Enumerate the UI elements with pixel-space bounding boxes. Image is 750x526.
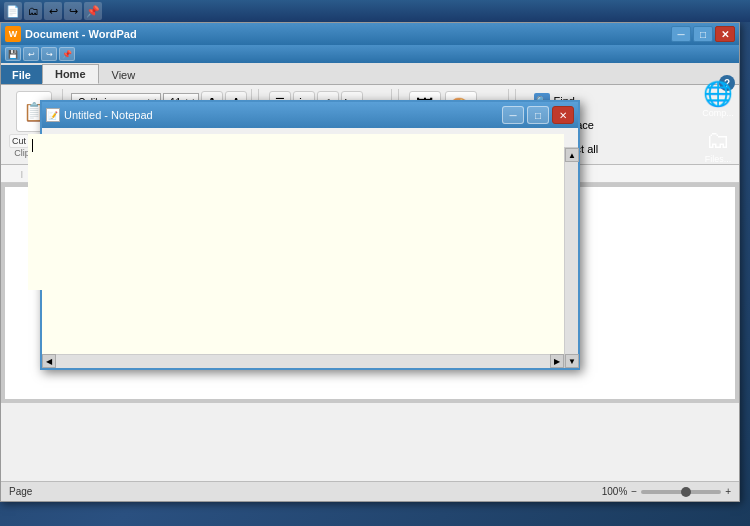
ruler-left-marker: | — [21, 170, 23, 177]
notepad-window: 📝 Untitled - Notepad ─ □ ✕ File Edit For… — [40, 100, 580, 370]
zoom-controls: 100% − + — [602, 486, 731, 497]
quick-access-toolbar: 💾 ↩ ↪ 📌 — [1, 45, 739, 63]
text-cursor — [32, 139, 33, 152]
qa-pin-button[interactable]: 📌 — [59, 47, 75, 61]
notepad-minimize-button[interactable]: ─ — [502, 106, 524, 124]
desktop-icon-1[interactable]: 🌐 Comp... — [694, 80, 742, 118]
ribbon-tabs: File Home View ? — [1, 63, 739, 85]
cut-button[interactable]: Cut — [9, 134, 29, 148]
zoom-level: 100% — [602, 486, 628, 497]
undo-icon[interactable]: ↩ — [44, 2, 62, 20]
desktop-icon-2[interactable]: 🗂 Files... — [694, 126, 742, 164]
minimize-button[interactable]: ─ — [671, 26, 691, 42]
zoom-plus-button[interactable]: + — [725, 486, 731, 497]
taskbar-icon-2[interactable]: 🗂 — [24, 2, 42, 20]
wordpad-titlebar: W Document - WordPad ─ □ ✕ — [1, 23, 739, 45]
zoom-minus-button[interactable]: − — [631, 486, 637, 497]
window-controls: ─ □ ✕ — [671, 26, 735, 42]
notepad-close-button[interactable]: ✕ — [552, 106, 574, 124]
notepad-icon: 📝 — [46, 108, 60, 122]
notepad-controls: ─ □ ✕ — [502, 106, 574, 124]
wordpad-status-bar: Page 100% − + — [1, 481, 739, 501]
notepad-scrollbar-vertical[interactable]: ▲ ▼ — [564, 148, 578, 368]
pin-icon[interactable]: 📌 — [84, 2, 102, 20]
notepad-content-wrapper: ▲ ▼ ◀ ▶ — [42, 148, 578, 368]
notepad-title: Untitled - Notepad — [64, 109, 502, 121]
notepad-text-area[interactable] — [28, 134, 564, 290]
tab-view[interactable]: View — [99, 65, 149, 84]
scroll-right-button[interactable]: ▶ — [550, 354, 564, 368]
zoom-slider[interactable] — [641, 490, 721, 494]
top-taskbar: 📄 🗂 ↩ ↪ 📌 — [0, 0, 750, 22]
qa-save-button[interactable]: 💾 — [5, 47, 21, 61]
maximize-button[interactable]: □ — [693, 26, 713, 42]
page-indicator: Page — [9, 486, 32, 497]
qa-undo-button[interactable]: ↩ — [23, 47, 39, 61]
notepad-scrollbar-horizontal[interactable]: ◀ ▶ — [42, 354, 564, 368]
tab-home[interactable]: Home — [42, 64, 99, 84]
desktop-icons: 🌐 Comp... 🗂 Files... — [694, 80, 742, 164]
scroll-left-button[interactable]: ◀ — [42, 354, 56, 368]
zoom-thumb — [681, 487, 691, 497]
taskbar-icon-1[interactable]: 📄 — [4, 2, 22, 20]
notepad-titlebar: 📝 Untitled - Notepad ─ □ ✕ — [42, 102, 578, 128]
tab-file[interactable]: File — [1, 65, 42, 84]
notepad-maximize-button[interactable]: □ — [527, 106, 549, 124]
qa-redo-button[interactable]: ↪ — [41, 47, 57, 61]
wordpad-title: Document - WordPad — [25, 28, 671, 40]
redo-icon[interactable]: ↪ — [64, 2, 82, 20]
scroll-up-button[interactable]: ▲ — [565, 148, 579, 162]
wordpad-icon: W — [5, 26, 21, 42]
scroll-down-button[interactable]: ▼ — [565, 354, 579, 368]
close-button[interactable]: ✕ — [715, 26, 735, 42]
